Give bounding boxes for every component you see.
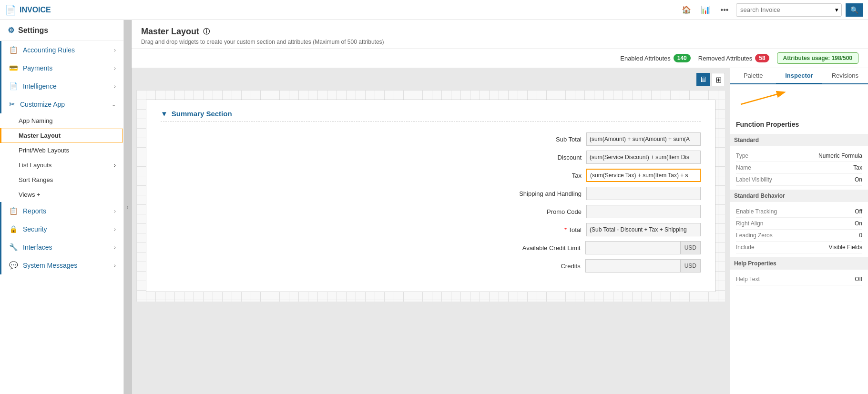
form-row-sub-total: Sub Total bbox=[161, 132, 701, 146]
sidebar-item-reports[interactable]: 📋 Reports › bbox=[0, 202, 123, 220]
search-dropdown-arrow[interactable]: ▾ bbox=[832, 6, 841, 13]
tax-input[interactable] bbox=[586, 169, 701, 182]
sidebar-sub-item-list-layouts[interactable]: List Layouts › bbox=[0, 158, 123, 172]
desktop-view-btn[interactable]: 🖥 bbox=[696, 73, 710, 86]
sidebar-sub-item-app-naming[interactable]: App Naming bbox=[0, 113, 123, 128]
sidebar-item-interfaces-label: Interfaces bbox=[23, 243, 114, 251]
sidebar-toggle[interactable]: ‹ bbox=[124, 20, 132, 394]
props-val-right-align: On bbox=[855, 220, 862, 227]
props-title: Function Properties bbox=[736, 121, 862, 128]
canvas-main: 🖥 ⊞ ▼ Summary Section bbox=[132, 68, 730, 394]
svg-line-1 bbox=[741, 92, 784, 104]
section-collapse-icon[interactable]: ▼ bbox=[161, 110, 168, 118]
shipping-input[interactable] bbox=[586, 187, 701, 200]
props-key-include: Include bbox=[736, 244, 829, 251]
customize-icon: ✂ bbox=[9, 100, 15, 109]
props-key-right-align: Right Align bbox=[736, 220, 855, 227]
reports-icon: 📋 bbox=[9, 207, 18, 215]
sidebar-item-payments[interactable]: 💳 Payments › bbox=[0, 59, 123, 77]
app-logo[interactable]: 📄 INVOICE bbox=[5, 4, 51, 16]
form-row-available-credit: Available Credit Limit USD bbox=[161, 241, 701, 254]
tab-inspector[interactable]: Inspector bbox=[776, 68, 822, 84]
sidebar-sub-item-sort-ranges[interactable]: Sort Ranges bbox=[0, 172, 123, 187]
sidebar-item-reports-label: Reports bbox=[23, 207, 114, 215]
search-button[interactable]: 🔍 bbox=[846, 3, 863, 17]
arrow-annotation bbox=[736, 90, 793, 119]
more-button[interactable]: ••• bbox=[717, 2, 732, 18]
credits-field: USD bbox=[585, 259, 701, 273]
props-section-help: Help Properties bbox=[730, 257, 868, 270]
promo-code-input[interactable] bbox=[586, 205, 701, 218]
credits-label: Credits bbox=[504, 263, 581, 270]
sidebar-sub-item-master-layout[interactable]: Master Layout bbox=[0, 128, 123, 143]
home-button[interactable]: 🏠 bbox=[679, 2, 694, 18]
list-layouts-arrow: › bbox=[114, 162, 116, 169]
available-credit-label: Available Credit Limit bbox=[504, 244, 581, 252]
right-panel-tabs: Palette Inspector Revisions bbox=[730, 68, 868, 84]
credits-input[interactable] bbox=[585, 259, 681, 273]
props-val-type: Numeric Formula bbox=[818, 152, 862, 159]
sidebar-item-system-messages[interactable]: 💬 System Messages › bbox=[0, 256, 123, 274]
props-val-label-visibility: On bbox=[855, 176, 862, 183]
sidebar-item-security[interactable]: 🔒 Security › bbox=[0, 220, 123, 238]
chart-button[interactable]: 📊 bbox=[698, 2, 713, 18]
section-title: Summary Section bbox=[172, 110, 232, 118]
discount-input[interactable] bbox=[586, 151, 701, 164]
sidebar-item-accounting-arrow: › bbox=[114, 47, 116, 53]
sidebar-item-accounting-rules[interactable]: 📋 Accounting Rules › bbox=[0, 41, 123, 59]
search-input[interactable] bbox=[736, 6, 832, 13]
form-row-tax: Tax bbox=[161, 169, 701, 182]
sub-total-input[interactable] bbox=[586, 132, 701, 146]
page-header: Master Layout ⓘ Drag and drop widgets to… bbox=[132, 20, 868, 49]
attrs-usage: Attributes usage: 198/500 bbox=[777, 52, 858, 64]
sidebar-item-accounting-label: Accounting Rules bbox=[23, 46, 114, 54]
page-subtitle: Drag and drop widgets to create your cus… bbox=[141, 39, 858, 45]
sidebar-item-customize-label: Customize App bbox=[20, 101, 112, 108]
settings-icon: ⚙ bbox=[8, 26, 14, 35]
sidebar-item-intelligence-arrow: › bbox=[114, 83, 116, 89]
info-icon[interactable]: ⓘ bbox=[203, 28, 210, 36]
canvas-wrapper: 🖥 ⊞ ▼ Summary Section bbox=[132, 68, 868, 394]
props-row-enable-tracking: Enable Tracking Off bbox=[736, 206, 862, 218]
available-credit-input[interactable] bbox=[585, 241, 681, 254]
promo-code-label: Promo Code bbox=[505, 208, 582, 215]
total-input[interactable] bbox=[586, 223, 701, 236]
shipping-label: Shipping and Handling bbox=[505, 190, 582, 197]
props-key-enable-tracking: Enable Tracking bbox=[736, 208, 855, 215]
props-row-label-visibility: Label Visibility On bbox=[736, 174, 862, 186]
sidebar-item-payments-label: Payments bbox=[23, 64, 114, 72]
form-row-discount: Discount bbox=[161, 151, 701, 164]
sidebar-sub-item-views[interactable]: Views + bbox=[0, 187, 123, 202]
topbar: 📄 INVOICE 🏠 📊 ••• ▾ 🔍 bbox=[0, 0, 868, 20]
sidebar-header-label: Settings bbox=[18, 26, 48, 35]
sidebar-item-security-label: Security bbox=[23, 225, 114, 233]
sidebar-item-interfaces[interactable]: 🔧 Interfaces › bbox=[0, 238, 123, 256]
sub-total-label: Sub Total bbox=[505, 136, 582, 143]
props-row-leading-zeros: Leading Zeros 0 bbox=[736, 230, 862, 242]
enabled-attrs-badge: 140 bbox=[674, 54, 691, 62]
tab-palette[interactable]: Palette bbox=[730, 68, 776, 84]
props-val-include: Visible Fields bbox=[829, 244, 862, 251]
form-row-promo-code: Promo Code bbox=[161, 205, 701, 218]
payments-icon: 💳 bbox=[9, 64, 18, 72]
props-val-help-text: Off bbox=[855, 276, 862, 283]
page-title: Master Layout ⓘ bbox=[141, 27, 858, 37]
credits-suffix: USD bbox=[681, 259, 701, 273]
sidebar-item-intelligence[interactable]: 📄 Intelligence › bbox=[0, 77, 123, 95]
sidebar-sub-item-print-web-layouts[interactable]: Print/Web Layouts bbox=[0, 143, 123, 158]
right-panel: Palette Inspector Revisions bbox=[730, 68, 868, 394]
form-row-shipping: Shipping and Handling bbox=[161, 187, 701, 200]
customize-subitems: App Naming Master Layout Print/Web Layou… bbox=[0, 113, 123, 202]
props-section-behavior: Standard Behavior bbox=[730, 190, 868, 202]
tab-revisions[interactable]: Revisions bbox=[822, 68, 868, 84]
sidebar-item-payments-arrow: › bbox=[114, 65, 116, 71]
props-key-leading-zeros: Leading Zeros bbox=[736, 232, 859, 239]
sidebar-item-customize-app[interactable]: ✂ Customize App ⌄ bbox=[0, 95, 123, 113]
removed-attrs-badge: 58 bbox=[755, 54, 769, 62]
grid-view-btn[interactable]: ⊞ bbox=[712, 73, 725, 86]
intelligence-icon: 📄 bbox=[9, 82, 18, 91]
right-panel-content: Function Properties Standard Type Numeri… bbox=[730, 84, 868, 394]
props-key-label-visibility: Label Visibility bbox=[736, 176, 855, 183]
props-key-type: Type bbox=[736, 152, 818, 159]
props-row-type: Type Numeric Formula bbox=[736, 150, 862, 162]
